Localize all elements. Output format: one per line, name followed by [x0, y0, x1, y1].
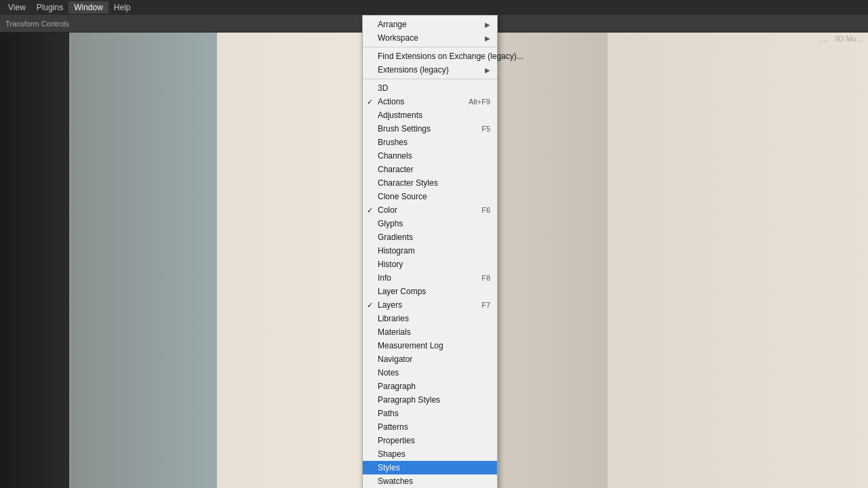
top-right-controls: ... 3D Mo...: [814, 30, 868, 47]
character-label: Character: [378, 165, 414, 174]
menu-item-properties[interactable]: Properties: [363, 434, 497, 447]
history-label: History: [378, 260, 403, 269]
menu-item-extensions-legacy[interactable]: Extensions (legacy) ▶: [363, 63, 497, 77]
menu-item-color[interactable]: Color F6: [363, 203, 497, 217]
menu-item-adjustments[interactable]: Adjustments: [363, 108, 497, 122]
menu-item-shapes[interactable]: Shapes: [363, 447, 497, 461]
patterns-label: Patterns: [378, 422, 408, 432]
menu-item-clone-source[interactable]: Clone Source: [363, 190, 497, 203]
window-dropdown-menu: Arrange ▶ Workspace ▶ Find Extensions on…: [362, 15, 498, 488]
menu-item-gradients[interactable]: Gradients: [363, 230, 497, 244]
notes-label: Notes: [378, 368, 399, 378]
menu-item-navigator[interactable]: Navigator: [363, 352, 497, 366]
menu-item-paragraph[interactable]: Paragraph: [363, 380, 497, 393]
materials-label: Materials: [378, 327, 411, 337]
menu-item-arrange[interactable]: Arrange ▶: [363, 18, 497, 31]
brush-settings-label: Brush Settings: [378, 124, 431, 134]
find-extensions-label: Find Extensions on Exchange (legacy)...: [378, 52, 524, 61]
color-shortcut: F6: [468, 206, 490, 214]
mode-button[interactable]: 3D Mo...: [834, 35, 863, 43]
menu-item-paths[interactable]: Paths: [363, 407, 497, 420]
menu-item-histogram[interactable]: Histogram: [363, 244, 497, 258]
dots-button[interactable]: ...: [820, 33, 829, 45]
measurement-log-label: Measurement Log: [378, 341, 443, 350]
menu-item-styles[interactable]: Styles: [363, 461, 497, 474]
3d-label: 3D: [378, 83, 388, 93]
paragraph-label: Paragraph: [378, 382, 416, 391]
menu-item-channels[interactable]: Channels: [363, 149, 497, 163]
arrange-arrow: ▶: [485, 21, 490, 28]
menu-window[interactable]: Window: [68, 1, 108, 14]
menu-item-actions[interactable]: Actions Alt+F9: [363, 95, 497, 108]
layers-shortcut: F7: [468, 301, 490, 309]
menu-item-character-styles[interactable]: Character Styles: [363, 176, 497, 190]
menu-item-layer-comps[interactable]: Layer Comps: [363, 285, 497, 298]
navigator-label: Navigator: [378, 354, 412, 364]
glyphs-label: Glyphs: [378, 219, 403, 228]
separator-2: [363, 79, 497, 79]
menu-help[interactable]: Help: [108, 1, 136, 14]
separator-1: [363, 47, 497, 47]
menu-item-brushes[interactable]: Brushes: [363, 136, 497, 149]
menu-item-workspace[interactable]: Workspace ▶: [363, 31, 497, 45]
menu-item-notes[interactable]: Notes: [363, 366, 497, 380]
paragraph-styles-label: Paragraph Styles: [378, 395, 440, 405]
brush-settings-shortcut: F5: [468, 125, 490, 133]
menu-item-3d[interactable]: 3D: [363, 81, 497, 95]
clone-source-label: Clone Source: [378, 192, 427, 201]
transform-controls-label: Transform Controls: [5, 20, 69, 28]
menu-item-info[interactable]: Info F8: [363, 271, 497, 285]
histogram-label: Histogram: [378, 246, 415, 256]
brushes-label: Brushes: [378, 138, 408, 147]
menu-item-paragraph-styles[interactable]: Paragraph Styles: [363, 393, 497, 407]
menu-item-libraries[interactable]: Libraries: [363, 312, 497, 325]
menu-item-measurement-log[interactable]: Measurement Log: [363, 339, 497, 352]
menu-item-history[interactable]: History: [363, 258, 497, 271]
paths-label: Paths: [378, 409, 399, 418]
menu-item-patterns[interactable]: Patterns: [363, 420, 497, 434]
arrange-label: Arrange: [378, 20, 407, 29]
extensions-legacy-arrow: ▶: [485, 66, 490, 74]
workspace-label: Workspace: [378, 33, 418, 43]
menu-item-find-extensions[interactable]: Find Extensions on Exchange (legacy)...: [363, 49, 497, 63]
menu-view[interactable]: View: [3, 1, 31, 14]
menubar: View Plugins Window Help: [0, 0, 868, 15]
menu-item-swatches[interactable]: Swatches: [363, 474, 497, 488]
menu-item-brush-settings[interactable]: Brush Settings F5: [363, 122, 497, 136]
menu-item-layers[interactable]: Layers F7: [363, 298, 497, 312]
adjustments-label: Adjustments: [378, 110, 422, 120]
layer-comps-label: Layer Comps: [378, 287, 426, 296]
layers-label: Layers: [378, 300, 402, 310]
libraries-label: Libraries: [378, 314, 409, 323]
workspace-arrow: ▶: [485, 35, 490, 42]
shapes-label: Shapes: [378, 449, 406, 459]
properties-label: Properties: [378, 436, 415, 445]
actions-label: Actions: [378, 97, 404, 106]
gradients-label: Gradients: [378, 232, 413, 242]
extensions-legacy-label: Extensions (legacy): [378, 65, 449, 75]
swatches-label: Swatches: [378, 476, 413, 486]
info-shortcut: F8: [468, 274, 490, 282]
info-label: Info: [378, 273, 391, 283]
menu-item-glyphs[interactable]: Glyphs: [363, 217, 497, 230]
color-label: Color: [378, 205, 397, 215]
menu-item-materials[interactable]: Materials: [363, 325, 497, 339]
styles-label: Styles: [378, 463, 400, 472]
actions-shortcut: Alt+F9: [455, 98, 490, 106]
channels-label: Channels: [378, 151, 412, 161]
menu-plugins[interactable]: Plugins: [31, 1, 68, 14]
character-styles-label: Character Styles: [378, 178, 438, 188]
menu-item-character[interactable]: Character: [363, 163, 497, 176]
